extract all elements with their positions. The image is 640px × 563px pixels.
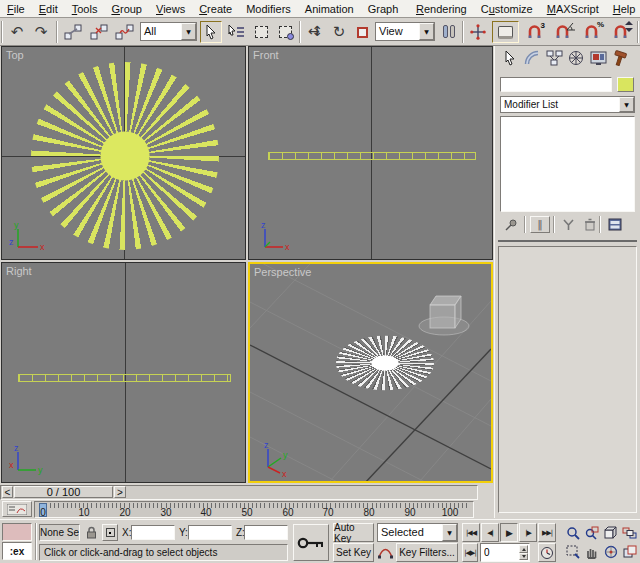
viewport-perspective-active[interactable]: Perspective z y x <box>248 262 493 483</box>
track-bar-ruler[interactable]: 0 10 20 30 40 50 60 70 80 90 100 <box>34 501 474 518</box>
menu-help[interactable]: Help <box>606 0 640 18</box>
percent-snap-toggle-button[interactable]: % <box>578 21 605 43</box>
viewport-front[interactable]: Front z x <box>248 46 493 260</box>
current-frame-field[interactable] <box>480 543 530 562</box>
unlink-selection-button[interactable] <box>87 21 111 43</box>
menu-customize[interactable]: Customize <box>474 0 540 18</box>
menu-group[interactable]: Group <box>104 0 149 18</box>
toolbar-grip[interactable] <box>1 21 3 43</box>
zoom-extents-button[interactable] <box>601 524 620 542</box>
key-filters-button[interactable]: Key Filters... <box>396 543 458 562</box>
track-bar[interactable]: 0 10 20 30 40 50 60 70 80 90 100 <box>0 501 478 518</box>
default-in-out-tangents-button[interactable] <box>377 543 394 562</box>
select-and-link-button[interactable] <box>61 21 85 43</box>
modifier-stack-list[interactable] <box>500 116 635 212</box>
menu-graph-editors[interactable]: Graph Editors <box>361 0 409 18</box>
next-frame-arrow-button[interactable]: > <box>114 486 126 498</box>
key-mode-dropdown[interactable]: Selected ▼ <box>377 523 458 542</box>
reference-coordinate-system-dropdown[interactable]: View ▼ <box>375 22 435 41</box>
make-unique-button[interactable] <box>558 216 578 233</box>
menu-animation[interactable]: Animation <box>298 0 361 18</box>
star-object-front-view[interactable] <box>268 152 476 160</box>
key-mode-toggle-button[interactable]: |◀▶| <box>462 543 478 562</box>
play-animation-button[interactable]: ▶ <box>500 523 518 542</box>
undo-button[interactable]: ↶ <box>6 21 28 43</box>
y-coordinate-field[interactable] <box>188 525 232 540</box>
open-mini-curve-editor-button[interactable] <box>2 501 32 517</box>
star-object-perspective-view[interactable] <box>336 336 434 391</box>
time-slider[interactable]: < 0 / 100 > <box>0 485 478 500</box>
region-zoom-button[interactable] <box>563 543 582 561</box>
viewport-front-label[interactable]: Front <box>253 49 279 61</box>
viewport-right[interactable]: Right z y x <box>1 262 246 483</box>
time-configuration-button[interactable] <box>538 543 556 562</box>
viewport-perspective-label[interactable]: Perspective <box>254 266 311 278</box>
menu-modifiers[interactable]: Modifiers <box>239 0 298 18</box>
tab-utilities[interactable] <box>609 48 631 67</box>
pin-stack-button[interactable] <box>501 216 521 233</box>
viewport-right-label[interactable]: Right <box>6 265 32 277</box>
use-center-button[interactable] <box>438 21 460 43</box>
angle-snap-toggle-button[interactable] <box>549 21 576 43</box>
select-and-move-button[interactable]: ↔ ↕ <box>304 21 326 43</box>
arc-rotate-button[interactable] <box>601 543 620 561</box>
dropdown-arrow-icon[interactable]: ▼ <box>181 23 196 40</box>
tab-motion[interactable] <box>565 48 587 67</box>
next-frame-button[interactable]: |▶ <box>519 523 537 542</box>
auto-key-button[interactable]: Auto Key <box>333 523 374 542</box>
select-and-manipulate-button[interactable] <box>467 21 489 43</box>
object-color-swatch[interactable] <box>617 77 634 92</box>
star-object-right-view[interactable] <box>18 374 231 382</box>
selection-filter-dropdown[interactable]: All ▼ <box>140 22 197 41</box>
absolute-mode-toggle[interactable] <box>102 524 118 541</box>
min-max-toggle-button[interactable] <box>620 543 639 561</box>
tab-hierarchy[interactable] <box>543 48 565 67</box>
frame-spinner[interactable] <box>519 545 528 560</box>
frame-number-input[interactable] <box>481 544 519 561</box>
viewport-top[interactable]: Top y x z <box>1 46 246 260</box>
bind-to-space-warp-button[interactable] <box>112 21 137 43</box>
spinner-snap-toggle-button[interactable] <box>607 21 634 43</box>
redo-button[interactable]: ↷ <box>30 21 52 43</box>
go-to-end-button[interactable]: ▶▶| <box>538 523 556 542</box>
rectangular-selection-region-button[interactable] <box>250 21 272 43</box>
set-key-button[interactable]: Set Key <box>333 543 374 562</box>
selection-lock-toggle[interactable] <box>84 524 99 541</box>
zoom-extents-all-button[interactable] <box>620 524 639 542</box>
star-object-top-view[interactable] <box>31 62 219 250</box>
snaps-toggle-button[interactable]: 3 <box>522 21 547 43</box>
zoom-button[interactable] <box>563 524 582 542</box>
dropdown-arrow-icon[interactable]: ▼ <box>619 97 634 112</box>
window-crossing-button[interactable] <box>274 21 296 43</box>
z-coordinate-field[interactable] <box>244 525 288 540</box>
set-keys-button[interactable] <box>293 524 329 561</box>
dropdown-arrow-icon[interactable]: ▼ <box>442 524 457 541</box>
pan-view-button[interactable] <box>582 543 601 561</box>
object-name-field[interactable] <box>500 77 612 92</box>
modifier-list-dropdown[interactable]: Modifier List ▼ <box>500 96 635 113</box>
tab-modify[interactable] <box>521 48 543 67</box>
time-slider-handle[interactable]: 0 / 100 <box>14 486 113 498</box>
select-and-rotate-button[interactable]: ↻ <box>328 21 350 43</box>
previous-frame-arrow-button[interactable]: < <box>2 486 13 498</box>
viewport-top-label[interactable]: Top <box>6 49 24 61</box>
menu-file[interactable]: File <box>0 0 32 18</box>
configure-modifier-sets-button[interactable] <box>605 216 625 233</box>
zoom-all-button[interactable] <box>582 524 601 542</box>
remove-modifier-button[interactable] <box>580 216 600 233</box>
menu-views[interactable]: Views <box>149 0 192 18</box>
menu-maxscript[interactable]: MAXScript <box>540 0 606 18</box>
select-by-name-button[interactable] <box>224 21 248 43</box>
x-coordinate-field[interactable] <box>131 525 175 540</box>
select-object-button[interactable] <box>200 21 222 43</box>
go-to-start-button[interactable]: |◀◀ <box>462 523 480 542</box>
maxscript-macro-recorder[interactable] <box>2 523 32 541</box>
dropdown-arrow-icon[interactable]: ▼ <box>419 23 434 40</box>
tab-create[interactable] <box>499 48 521 67</box>
previous-frame-button[interactable]: ◀| <box>481 523 499 542</box>
menu-rendering[interactable]: Rendering <box>409 0 474 18</box>
tab-display[interactable] <box>587 48 609 67</box>
menu-create[interactable]: Create <box>192 0 239 18</box>
menu-tools[interactable]: Tools <box>65 0 105 18</box>
select-and-scale-button[interactable] <box>352 21 372 43</box>
